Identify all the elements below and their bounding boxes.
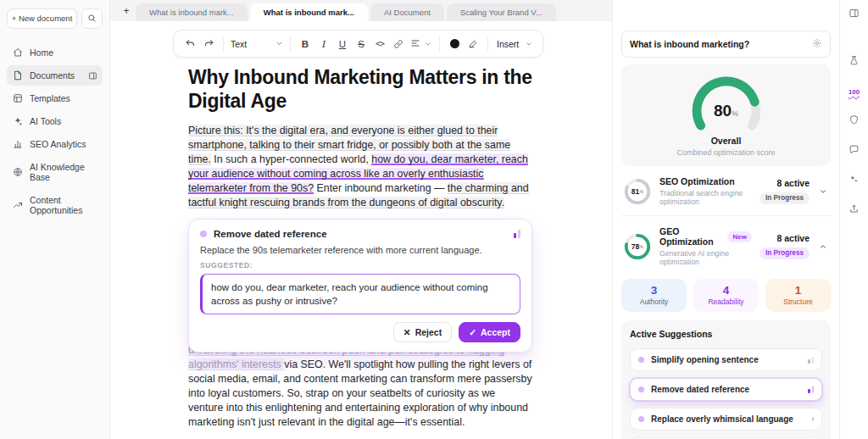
tab-document-2-active[interactable]: What is inbound mark... — [250, 3, 368, 21]
gear-icon[interactable] — [812, 36, 822, 52]
collapse-panel-button[interactable] — [845, 5, 864, 24]
accept-button[interactable]: ✓ Accept — [459, 322, 520, 342]
reject-button[interactable]: ✕ Reject — [393, 322, 452, 342]
sidebar-item-content-opportunities[interactable]: Content Opportunities — [7, 190, 103, 220]
suggestion-item-simplify-opening[interactable]: Simplify opening sentence — [630, 348, 822, 371]
color-swatch-icon — [450, 39, 459, 48]
collapse-sidebar-icon[interactable] — [88, 71, 97, 81]
sidebar-item-label: Content Opportunities — [30, 195, 97, 215]
undo-button[interactable] — [181, 34, 199, 54]
document-title: Why Inbound Marketing Matters in the Dig… — [188, 65, 532, 113]
optimization-panel: What is inbound marketing? 80% Overall C… — [612, 0, 839, 439]
underline-button[interactable]: U — [333, 34, 352, 54]
sidebar-item-seo-analytics[interactable]: SEO Analytics — [7, 134, 103, 154]
italic-button[interactable]: I — [314, 34, 333, 54]
sidebar-item-label: Home — [30, 47, 53, 58]
upload-icon — [849, 203, 860, 218]
ai-tools-icon — [13, 116, 23, 126]
strikethrough-button[interactable]: S — [352, 34, 370, 54]
check-icon: ✓ — [469, 327, 476, 337]
stat-readability[interactable]: 4 Readability — [693, 279, 759, 312]
flask-icon — [849, 54, 860, 69]
tab-scaling-your-brand[interactable]: Scaling Your Brand V... — [447, 3, 556, 21]
seo-status-badge: In Progress — [760, 192, 810, 204]
panel-title: What is inbound marketing? — [630, 39, 749, 49]
analytics-icon — [13, 139, 23, 149]
seo-optimization-row[interactable]: 81% SEO Optimization Traditional search … — [621, 166, 831, 215]
editor-surface: Text B I U S <> Insert — [110, 21, 612, 439]
percent-sign: % — [639, 189, 643, 194]
align-left-icon — [410, 38, 420, 50]
stat-value: 3 — [621, 284, 687, 297]
sidebar-item-label: SEO Analytics — [30, 139, 86, 149]
geo-score-value: 78 — [632, 242, 639, 251]
active-suggestions-header: Active Suggestions — [630, 329, 822, 339]
tab-ai-document[interactable]: AI Document — [370, 3, 444, 21]
text-style-dropdown[interactable]: Text — [229, 39, 285, 49]
suggestion-item-replace-whimsical[interactable]: Replace overly whimsical language — [630, 408, 822, 431]
formatting-toolbar: Text B I U S <> Insert — [173, 30, 543, 58]
suggestion-card-description: Replace the 90s telemarketer reference w… — [200, 245, 520, 255]
shield-button[interactable] — [845, 112, 864, 131]
stat-structure[interactable]: 1 Structure — [765, 279, 831, 312]
new-badge: New — [727, 231, 751, 242]
sidebar-item-home[interactable]: Home — [7, 42, 103, 63]
seo-section-title: SEO Optimization — [659, 176, 752, 186]
geo-status-badge: In Progress — [760, 247, 810, 259]
geo-section-description: Generative AI engine optimization — [659, 249, 752, 266]
seo-score-ring: 81% — [623, 177, 652, 206]
overall-label: Overall — [621, 136, 831, 146]
highlighter-button[interactable] — [464, 34, 482, 54]
link-button[interactable] — [389, 34, 408, 54]
paragraph-intro: Picture this: It's the digital era, and … — [188, 124, 532, 210]
suggestion-item-label: Remove dated reference — [651, 385, 801, 394]
main-column: + What is inbound mark... What is inboun… — [110, 0, 612, 439]
impact-bars-icon — [808, 386, 814, 393]
insert-dropdown[interactable]: Insert — [493, 39, 536, 49]
plain-text: Enter inbound marketing — — [314, 182, 448, 194]
suggestion-item-remove-dated-reference[interactable]: Remove dated reference — [630, 378, 822, 401]
sidebar-item-templates[interactable]: Templates — [7, 88, 103, 108]
suggestion-card: Remove dated reference Replace the 90s t… — [188, 219, 532, 353]
geo-optimization-row[interactable]: 78% GEO OptimizationNew Generative AI en… — [621, 215, 831, 275]
search-icon — [87, 11, 97, 26]
sidebar-item-ai-tools[interactable]: AI Tools — [7, 111, 103, 131]
suggestion-item-label: Simplify opening sentence — [651, 355, 801, 364]
suggested-text-box[interactable]: how do you, dear marketer, reach your au… — [200, 274, 520, 314]
document-content: Why Inbound Marketing Matters in the Dig… — [188, 65, 532, 439]
content-score-button[interactable]: 100 — [845, 82, 864, 101]
ai-assistant-button[interactable] — [845, 171, 864, 190]
stat-label: Structure — [765, 297, 831, 306]
export-button[interactable] — [845, 201, 864, 220]
stat-authority[interactable]: 3 Authority — [621, 279, 687, 312]
home-icon — [13, 47, 23, 58]
chevron-up-icon[interactable] — [817, 237, 829, 256]
comments-button[interactable] — [845, 142, 864, 160]
sidebar-item-documents[interactable]: Documents — [7, 65, 103, 86]
overall-description: Combined optimization score — [621, 148, 831, 157]
text-color-button[interactable] — [445, 34, 464, 54]
tab-document-1[interactable]: What is inbound mark... — [136, 3, 248, 21]
templates-icon — [13, 93, 23, 103]
text-style-value: Text — [231, 39, 247, 49]
impact-bars-icon — [812, 417, 815, 421]
overall-score-value: 80 — [714, 102, 732, 119]
suggestion-card-title: Remove dated reference — [214, 229, 327, 239]
sidebar-item-ai-knowledge-base[interactable]: AI Knowledge Base — [7, 157, 103, 187]
code-button[interactable]: <> — [370, 34, 389, 54]
percent-sign: % — [732, 109, 738, 118]
stat-value: 4 — [693, 284, 759, 297]
search-button[interactable] — [81, 8, 103, 29]
seo-score-value: 81 — [632, 187, 639, 196]
add-tab-button[interactable]: + — [117, 1, 136, 21]
seo-active-count: 8 active — [760, 178, 810, 188]
chevron-down-icon[interactable] — [817, 182, 829, 201]
panel-header: What is inbound marketing? — [621, 31, 831, 58]
experiments-button[interactable] — [845, 53, 864, 71]
align-dropdown[interactable] — [408, 34, 434, 54]
stat-label: Readability — [693, 297, 759, 306]
new-document-button[interactable]: + New document — [7, 8, 77, 29]
bold-button[interactable]: B — [296, 34, 314, 54]
redo-button[interactable] — [199, 34, 218, 54]
shield-icon — [849, 114, 860, 129]
